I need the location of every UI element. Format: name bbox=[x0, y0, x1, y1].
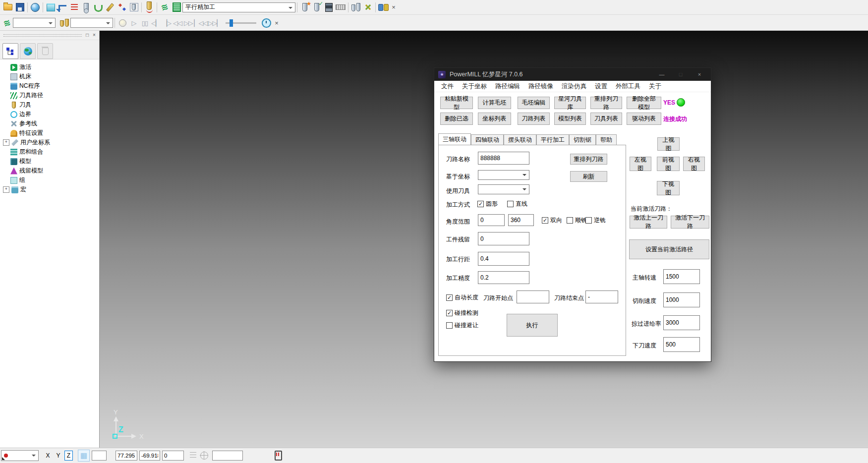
tree-item-nc-programs[interactable]: NC程序 bbox=[3, 81, 99, 91]
delete-selected-button[interactable]: 删除已选 bbox=[440, 113, 473, 125]
tree-item-levels-and-sets[interactable]: 层和组合 bbox=[3, 147, 99, 157]
clock-icon[interactable] bbox=[260, 17, 272, 29]
collision-avoid-checkbox[interactable]: 碰撞避让 bbox=[446, 321, 478, 330]
execute-button[interactable]: 执行 bbox=[507, 314, 558, 337]
toolbar-close-icon[interactable]: × bbox=[272, 19, 281, 27]
use-tool-combobox[interactable] bbox=[478, 184, 529, 194]
auto-length-checkbox[interactable]: ✓自动长度 bbox=[446, 293, 478, 302]
coord-y-field[interactable] bbox=[139, 451, 160, 461]
create-block-icon[interactable] bbox=[45, 1, 57, 13]
tab-recycle-bin[interactable] bbox=[37, 43, 53, 59]
skim-feed-input[interactable] bbox=[663, 315, 700, 330]
view-top-button[interactable]: 上视图 bbox=[657, 137, 680, 151]
tool-library-button[interactable]: 星河刀具库 bbox=[554, 97, 586, 109]
transform-arrows-icon[interactable] bbox=[362, 1, 374, 13]
tool-ball-icon[interactable] bbox=[80, 1, 92, 13]
edit-stock-button[interactable]: 毛坯编辑 bbox=[518, 97, 550, 109]
powermill-toolpath-icon[interactable]: ≋ bbox=[1, 17, 13, 29]
tab-3axis[interactable]: 三轴联动 bbox=[438, 133, 471, 145]
tab-4axis[interactable]: 四轴联动 bbox=[471, 134, 504, 145]
tree-item-stock-models[interactable]: 残留模型 bbox=[3, 166, 99, 175]
base-coord-combobox[interactable] bbox=[478, 170, 529, 180]
tree-item-tools[interactable]: 刀具 bbox=[3, 100, 99, 110]
coord-x-field[interactable] bbox=[116, 451, 137, 461]
tree-item-activate[interactable]: 激活 bbox=[3, 62, 99, 72]
simulation-tool-combobox[interactable] bbox=[70, 18, 113, 28]
mode-circle-checkbox[interactable]: ✓圆形 bbox=[477, 200, 498, 208]
explorer-panel-header[interactable]: □ × bbox=[0, 31, 99, 40]
view-right-button[interactable]: 右视图 bbox=[683, 157, 705, 171]
plunge-feed-input[interactable] bbox=[663, 337, 700, 352]
tree-item-toolpaths[interactable]: 刀具路径 bbox=[3, 91, 99, 100]
simulation-speed-slider[interactable] bbox=[226, 22, 256, 24]
tree-item-boundaries[interactable]: 边界 bbox=[3, 110, 99, 119]
axis-y-button[interactable]: Y bbox=[54, 451, 62, 461]
go-to-start-icon[interactable]: ▏◁◁ bbox=[194, 19, 208, 27]
fast-forward-icon[interactable]: ▷▷ bbox=[183, 19, 194, 27]
menu-file[interactable]: 文件 bbox=[441, 82, 454, 91]
angle-from-input[interactable] bbox=[478, 214, 505, 226]
simulate-toolpath-icon[interactable] bbox=[143, 1, 155, 13]
menu-path-edit[interactable]: 路径编辑 bbox=[495, 82, 520, 91]
step-back-icon[interactable]: ◁▏ bbox=[150, 19, 161, 27]
tree-item-patterns[interactable]: 参考线 bbox=[3, 119, 99, 128]
view-bottom-button[interactable]: 下视图 bbox=[657, 181, 680, 195]
strategy-list-icon[interactable] bbox=[171, 1, 182, 13]
verify-toolpath-ok-icon[interactable]: ✓ bbox=[311, 1, 323, 13]
expand-toggle-icon[interactable]: + bbox=[3, 186, 9, 193]
expand-toggle-icon[interactable]: + bbox=[3, 139, 9, 146]
measure-field[interactable] bbox=[212, 451, 243, 461]
close-icon[interactable]: × bbox=[692, 71, 707, 77]
menu-about-coords[interactable]: 关于坐标 bbox=[462, 82, 487, 91]
tab-explorer-tree[interactable] bbox=[2, 43, 18, 59]
device-pause-icon[interactable] bbox=[275, 451, 282, 461]
angle-to-input[interactable] bbox=[508, 214, 534, 226]
collision-detect-checkbox[interactable]: ✓碰撞检测 bbox=[446, 309, 478, 317]
maximize-icon[interactable]: □ bbox=[673, 71, 688, 77]
toolpath-list-button[interactable]: 刀路列表 bbox=[518, 113, 550, 125]
simulation-toolpath-combobox[interactable] bbox=[13, 18, 56, 28]
powermill-toolpath-icon[interactable]: ≋ bbox=[159, 1, 171, 13]
strategy-combobox[interactable]: 平行精加工 bbox=[182, 2, 295, 12]
pattern-points-icon[interactable] bbox=[116, 1, 128, 13]
tool-pair-icon[interactable] bbox=[350, 1, 362, 13]
menu-render-simulate[interactable]: 渲染仿真 bbox=[562, 82, 586, 91]
panel-grip-handle[interactable] bbox=[3, 34, 82, 37]
stepover-input[interactable] bbox=[478, 252, 529, 266]
coord-z-field[interactable] bbox=[162, 451, 184, 461]
tree-item-feature-sets[interactable]: 特征设置 bbox=[3, 128, 99, 138]
cutting-feed-input[interactable] bbox=[663, 292, 700, 307]
tree-item-groups[interactable]: 组 bbox=[3, 175, 99, 185]
calculator-icon[interactable] bbox=[323, 1, 335, 13]
go-to-end-icon[interactable]: ▷▷▏ bbox=[208, 19, 222, 27]
workplane-combobox[interactable] bbox=[1, 450, 39, 461]
activate-prev-toolpath-button[interactable]: 激活上一刀路 bbox=[630, 216, 667, 229]
menu-settings[interactable]: 设置 bbox=[595, 82, 607, 91]
save-project-icon[interactable] bbox=[14, 1, 26, 13]
tab-parallel[interactable]: 平行加工 bbox=[536, 134, 569, 145]
open-project-icon[interactable] bbox=[2, 1, 14, 13]
view-left-button[interactable]: 左视图 bbox=[630, 157, 651, 171]
start-point-input[interactable] bbox=[517, 290, 549, 303]
tree-item-machine-tools[interactable]: 机床 bbox=[3, 72, 99, 81]
z-levels-icon[interactable] bbox=[68, 1, 80, 13]
menu-external-tools[interactable]: 外部工具 bbox=[616, 82, 640, 91]
tool-select-icon[interactable] bbox=[58, 17, 70, 29]
reorder-toolpath-button[interactable]: 重排列刀路 bbox=[570, 154, 607, 165]
slider-handle[interactable] bbox=[230, 19, 233, 27]
pause-icon[interactable]: ▯▯ bbox=[139, 19, 150, 27]
workplane-tool-icon[interactable] bbox=[128, 1, 140, 13]
refresh-button[interactable]: 刷新 bbox=[570, 171, 607, 182]
panel-restore-icon[interactable]: □ bbox=[84, 32, 91, 39]
coord-list-button[interactable]: 坐标列表 bbox=[478, 113, 511, 125]
paste-new-model-button[interactable]: 粘贴新模型 bbox=[440, 97, 473, 109]
verify-toolpath-star-icon[interactable]: ★ bbox=[299, 1, 311, 13]
axis-x-button[interactable]: X bbox=[44, 451, 52, 461]
rewind-icon[interactable]: ◁◁ bbox=[172, 19, 183, 27]
end-point-input[interactable] bbox=[585, 290, 618, 303]
stock-allowance-input[interactable] bbox=[478, 232, 529, 245]
tab-help[interactable]: 帮助 bbox=[596, 134, 617, 145]
snap-field[interactable] bbox=[92, 451, 107, 461]
conventional-mill-checkbox[interactable]: 逆铣 bbox=[585, 216, 606, 225]
toolbar-close-icon[interactable]: × bbox=[389, 3, 398, 11]
